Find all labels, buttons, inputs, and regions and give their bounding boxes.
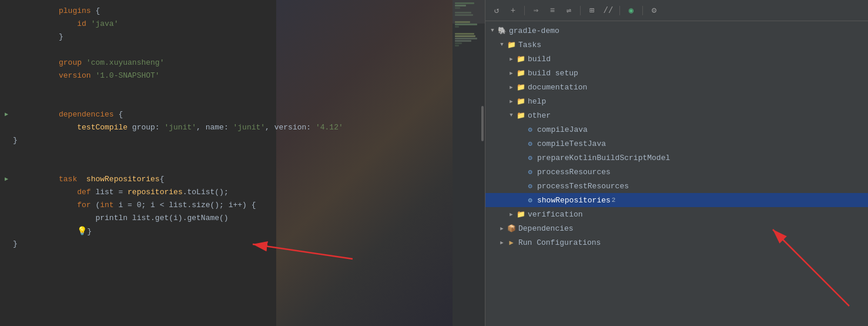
tree-item-help[interactable]: ▶ 📁 help: [485, 94, 868, 108]
execute-button[interactable]: ◉: [625, 4, 638, 17]
string-literal: 'junit': [164, 123, 196, 132]
tree-item-tasks[interactable]: ▼ 📁 Tasks: [485, 38, 868, 52]
tree-item-label: other: [528, 111, 551, 120]
tree-item-showrepositories[interactable]: ▶ ⚙ showRepositories 2: [485, 193, 868, 207]
tree-item-run-configurations[interactable]: ▶ ▶ Run Configurations: [485, 235, 868, 250]
tree-expand-arrow: ▶: [507, 54, 516, 64]
code-plain: , version:: [265, 123, 316, 132]
code-line: 💡}: [0, 225, 453, 238]
folder-icon: 📁: [516, 209, 525, 219]
minimap-line: [455, 14, 473, 16]
folder-icon: 📁: [516, 82, 525, 92]
tree-item-gradle-demo[interactable]: ▼ 🐘 gradle-demo: [485, 24, 868, 38]
minimap-line: [455, 5, 466, 6]
folder-icon: 📁: [507, 40, 516, 49]
minimap-scrollbar[interactable]: [481, 106, 484, 141]
tree-item-label: build setup: [528, 69, 578, 78]
code-text: }: [13, 238, 448, 251]
keyword: version: [59, 71, 95, 80]
folder-icon: 📁: [516, 97, 525, 106]
tree-item-build-setup[interactable]: ▶ 📁 build setup: [485, 66, 868, 80]
code-line: version '1.0-SNAPSHOT': [0, 69, 453, 82]
gradle-tool-window: ↺ + ⇒ ≡ ⇌ ⊞ // ◉ ⚙ ▼ 🐘 gradle-demo ▼: [485, 0, 868, 326]
tree-item-label: processTestResources: [537, 182, 629, 191]
tree-item-build[interactable]: ▶ 📁 build: [485, 52, 868, 66]
tree-item-preparekotlin[interactable]: ▶ ⚙ prepareKotlinBuildScriptModel: [485, 151, 868, 165]
tree-item-label: gradle-demo: [509, 26, 559, 35]
minimap-line: [455, 33, 474, 35]
lightbulb-icon: 💡: [77, 227, 87, 236]
gear-icon: ⚙: [525, 181, 535, 191]
tree-item-processresources[interactable]: ▶ ⚙ processResources: [485, 165, 868, 179]
tree-expand-arrow: ▶: [497, 224, 507, 233]
code-line: [0, 147, 453, 160]
tree-item-label: prepareKotlinBuildScriptModel: [537, 154, 670, 162]
tree-expand-arrow: ▶: [507, 68, 516, 78]
tree-expand-arrow: ▼: [507, 111, 516, 120]
gear-icon: ⚙: [525, 195, 535, 205]
bracket: }: [59, 32, 63, 41]
toolbar-separator: [619, 6, 620, 15]
gear-icon: ⚙: [525, 139, 535, 148]
editor-minimap[interactable]: [453, 0, 485, 326]
tree-item-label: compileJava: [537, 125, 588, 134]
minimap-line: [455, 24, 477, 25]
tree-item-label: Dependencies: [518, 224, 574, 233]
code-plain: [59, 227, 77, 236]
tree-expand-arrow: ▶: [507, 82, 516, 92]
gear-icon: ⚙: [525, 153, 535, 162]
folder-icon: 📁: [516, 54, 525, 64]
tree-item-label: compileTestJava: [537, 139, 606, 148]
tree-item-processtestresources[interactable]: ▶ ⚙ processTestResources: [485, 179, 868, 193]
group-button[interactable]: ⊞: [585, 4, 598, 17]
gradle-icon: 🐘: [497, 26, 507, 35]
link-button[interactable]: ⇒: [529, 4, 542, 17]
tree-item-documentation[interactable]: ▶ 📁 documentation: [485, 80, 868, 94]
minimap-line: [455, 12, 471, 14]
tree-item-compiletestjava[interactable]: ▶ ⚙ compileTestJava: [485, 137, 868, 151]
minimap-line: [455, 21, 470, 23]
code-line: }: [0, 31, 453, 44]
code-content-area: plugins { id 'java' }: [0, 0, 453, 326]
code-plain: , name:: [196, 123, 233, 132]
minimap-line: [455, 45, 459, 46]
code-line: }: [0, 238, 453, 251]
string-literal: 'junit': [233, 123, 266, 132]
tree-item-label: showRepositories: [537, 196, 611, 205]
tree-item-label: documentation: [528, 83, 587, 92]
tree-item-label: verification: [528, 210, 583, 219]
code-plain: [59, 123, 77, 132]
minimap-line: [455, 42, 462, 44]
bracket: }: [87, 227, 92, 236]
settings-button[interactable]: ⚙: [648, 4, 661, 17]
refresh-button[interactable]: ↺: [490, 4, 503, 17]
code-line: }: [0, 134, 453, 147]
task-badge: 2: [612, 197, 616, 204]
code-plain: group:: [132, 123, 165, 132]
function-call: testCompile: [77, 123, 132, 132]
tree-item-compilejava[interactable]: ▶ ⚙ compileJava: [485, 122, 868, 137]
fold-marker[interactable]: ▶: [5, 108, 13, 121]
tree-item-label: Tasks: [518, 41, 541, 49]
expand-button[interactable]: ≡: [546, 4, 559, 17]
tree-expand-arrow: ▼: [488, 26, 497, 35]
gear-icon: ⚙: [525, 167, 535, 177]
fold-marker[interactable]: ▶: [5, 173, 13, 186]
tree-item-label: processResources: [537, 168, 611, 177]
tree-expand-arrow: ▶: [507, 97, 516, 106]
add-button[interactable]: +: [507, 4, 520, 17]
tree-item-verification[interactable]: ▶ 📁 verification: [485, 207, 868, 221]
filter-button[interactable]: //: [602, 4, 615, 17]
tree-item-label: build: [528, 55, 551, 64]
tree-item-other[interactable]: ▼ 📁 other: [485, 108, 868, 122]
gear-icon: ⚙: [525, 125, 535, 134]
folder-icon: 📁: [516, 111, 525, 120]
toolbar-separator: [580, 6, 581, 15]
code-editor[interactable]: plugins { id 'java' }: [0, 0, 453, 326]
gradle-tree[interactable]: ▼ 🐘 gradle-demo ▼ 📁 Tasks ▶ 📁 build ▶ 📁 …: [485, 21, 868, 326]
tree-item-dependencies[interactable]: ▶ 📦 Dependencies: [485, 221, 868, 235]
collapse-button[interactable]: ⇌: [562, 4, 575, 17]
code-text: version '1.0-SNAPSHOT': [13, 56, 448, 95]
string-literal: '4.12': [316, 123, 343, 132]
tree-expand-arrow: ▶: [497, 238, 507, 247]
